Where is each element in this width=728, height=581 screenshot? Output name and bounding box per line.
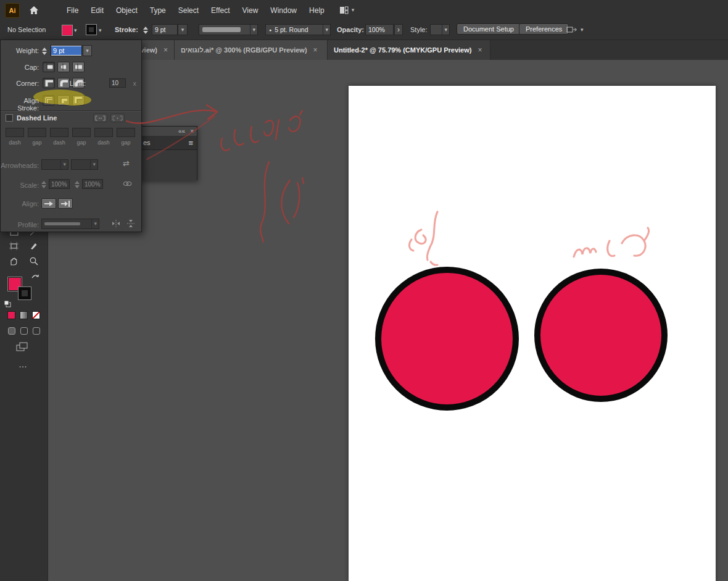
align-stroke-inside-button[interactable] [57, 95, 70, 106]
cap-round-button[interactable] [57, 62, 70, 72]
swap-colors-glyph [31, 272, 40, 279]
align-dash-button-2[interactable] [58, 198, 73, 209]
cap-projecting-button[interactable] [72, 62, 85, 72]
stroke-weight-stepper[interactable] [143, 25, 150, 36]
weight-dropdown-button[interactable]: ▾ [83, 45, 92, 56]
circle-shape-right[interactable] [534, 269, 668, 402]
hand-tool-icon[interactable] [9, 256, 19, 266]
limit-label: Limit: [65, 80, 86, 87]
tab-close-icon[interactable]: × [163, 46, 168, 54]
dashed-line-label: Dashed Line [17, 114, 57, 122]
cap-butt-button[interactable] [43, 62, 55, 72]
dashed-line-checkbox[interactable] [6, 114, 13, 122]
artboard-tool-icon[interactable] [9, 241, 19, 251]
draw-normal-icon[interactable] [8, 327, 15, 335]
floating-panel-tabs: es ≡ [139, 136, 197, 150]
dash-label: dash [94, 140, 113, 146]
default-colors-icon[interactable] [4, 300, 11, 307]
weight-input[interactable]: 9 pt [51, 45, 82, 56]
stroke-color-swatch[interactable] [86, 25, 96, 35]
tab-close-icon[interactable]: × [478, 46, 482, 54]
fill-chevron-icon[interactable]: ▾ [74, 28, 77, 33]
document-setup-button[interactable]: Document Setup [457, 23, 521, 35]
profile-dropdown: ▾ [41, 219, 99, 229]
snap-options[interactable]: ▾ [566, 25, 584, 34]
menubar-item-type[interactable]: Type [144, 6, 172, 15]
stroke-panel: Weight: 9 pt ▾ Cap: Corne [0, 40, 142, 232]
collapse-panel-icon[interactable]: «« [178, 128, 185, 135]
cap-label: Cap: [1, 64, 39, 71]
stroke-proxy-swatch[interactable] [19, 287, 31, 299]
chevron-down-icon: ▾ [352, 7, 355, 13]
stepper-up-icon [41, 181, 46, 184]
chevron-down-icon: ▾ [93, 162, 96, 167]
weight-selected-text: 9 pt [51, 46, 81, 55]
app-logo-icon[interactable]: Ai [5, 3, 20, 18]
slice-tool-icon[interactable] [29, 241, 38, 251]
stroke-weight-field[interactable]: 9 pt [152, 24, 178, 35]
corner-miter-icon [45, 80, 53, 86]
menubar-item-edit[interactable]: Edit [85, 6, 110, 15]
align-stroke-outside-button[interactable] [72, 95, 85, 106]
fill-color-swatch[interactable] [62, 25, 73, 36]
panel-tab-fragment[interactable]: es [143, 139, 151, 146]
gradient-button[interactable] [20, 311, 28, 319]
gap-label: gap [72, 140, 91, 146]
preferences-button[interactable]: Preferences [519, 23, 569, 35]
weight-stepper[interactable] [42, 46, 49, 57]
limit-value: 10 [112, 80, 118, 86]
dash-field-3 [94, 128, 113, 137]
screen-mode-glyph [16, 342, 28, 352]
document-tab-3-active[interactable]: Untitled-2* @ 75.79% (CMYK/GPU Preview) … [328, 40, 490, 60]
cap-round-icon [59, 64, 68, 70]
menubar-item-object[interactable]: Object [110, 6, 144, 15]
panel-divider [1, 111, 141, 111]
zoom-tool-icon[interactable] [29, 256, 39, 266]
more-tools-button[interactable]: … [19, 359, 28, 369]
swap-colors-icon[interactable] [31, 272, 40, 279]
chevron-down-icon: ▾ [325, 27, 328, 33]
scale-start-value: 100% [51, 181, 67, 188]
menubar-item-help[interactable]: Help [303, 6, 331, 15]
opacity-options-button[interactable]: › [394, 24, 403, 35]
preserve-dashes-button [93, 114, 107, 122]
draw-inside-icon[interactable] [33, 327, 40, 335]
scale-end-value: 100% [85, 181, 101, 188]
change-screen-mode-icon[interactable] [16, 342, 28, 352]
home-icon[interactable] [26, 4, 42, 17]
align-inside-icon [60, 97, 68, 104]
menubar-item-file[interactable]: File [60, 6, 85, 15]
stroke-chevron-icon[interactable]: ▾ [99, 28, 102, 33]
menubar-item-select[interactable]: Select [172, 6, 205, 15]
dash-label: dash [50, 140, 68, 146]
circle-shape-left[interactable] [375, 267, 519, 411]
close-panel-icon[interactable]: × [190, 128, 194, 135]
opacity-field[interactable]: 100% [365, 24, 394, 35]
scale-end-stepper [75, 180, 81, 190]
menubar-item-effect[interactable]: Effect [205, 6, 236, 15]
workspace-switcher[interactable]: ▾ [339, 6, 355, 14]
flip-along-icon [112, 219, 120, 228]
panel-menu-icon[interactable]: ≡ [188, 138, 193, 148]
opacity-panel-link[interactable]: Opacity: [337, 26, 364, 33]
width-profile-dropdown[interactable]: ▾ [199, 24, 258, 35]
document-tab-2[interactable]: לוגואים.ai* @ 300% (RGB/GPU Preview) × [175, 40, 328, 60]
none-button[interactable] [32, 311, 40, 319]
style-dropdown[interactable]: ▾ [430, 24, 450, 35]
corner-miter-button[interactable] [43, 78, 55, 88]
stroke-weight-dropdown[interactable]: ▾ [178, 24, 188, 35]
stroke-panel-link[interactable]: Stroke: [115, 26, 138, 33]
menubar-item-view[interactable]: View [236, 6, 265, 15]
dash-field-1 [6, 128, 24, 137]
stepper-up-icon [42, 48, 47, 51]
limit-unit: x [122, 80, 136, 87]
brush-definition-dropdown[interactable]: ● 5 pt. Round ▾ [265, 24, 331, 35]
align-dash-button-1[interactable] [41, 198, 56, 209]
align-stroke-center-button[interactable] [43, 95, 55, 106]
color-button[interactable] [7, 311, 15, 319]
flip-across-icon [126, 219, 135, 228]
illustrator-window: Ai File Edit Object Type Select Effect V… [0, 0, 728, 581]
menubar-item-window[interactable]: Window [264, 6, 303, 15]
tab-close-icon[interactable]: × [313, 46, 318, 54]
draw-behind-icon[interactable] [20, 327, 28, 335]
